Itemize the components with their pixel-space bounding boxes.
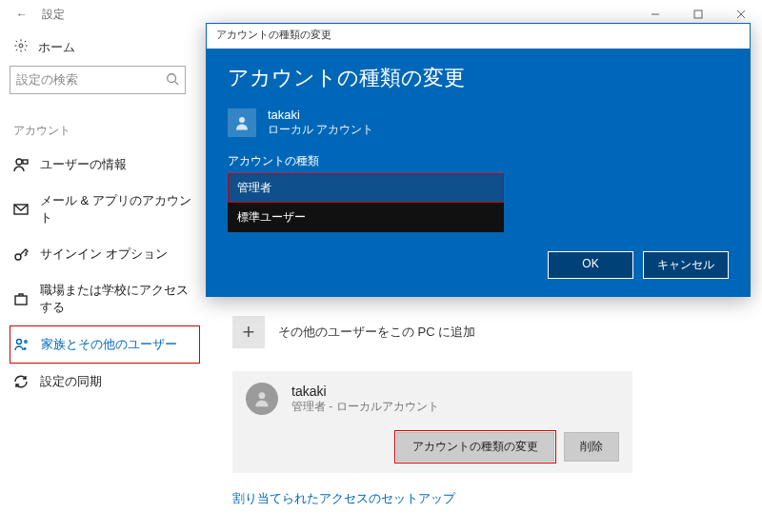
- home-label: ホーム: [38, 39, 75, 56]
- briefcase-icon: [13, 291, 29, 306]
- sidebar-item-label: サインイン オプション: [40, 246, 168, 263]
- svg-point-4: [19, 44, 23, 48]
- delete-user-button[interactable]: 削除: [564, 432, 619, 462]
- dialog-heading: アカウントの種類の変更: [228, 64, 729, 92]
- account-type-label: アカウントの種類: [228, 153, 729, 169]
- dropdown-option-admin[interactable]: 管理者: [228, 173, 504, 203]
- sidebar-item-label: 設定の同期: [40, 373, 102, 390]
- sidebar-item-label: メール & アプリのアカウント: [40, 192, 196, 227]
- add-other-user[interactable]: + その他のユーザーをこの PC に追加: [232, 316, 743, 348]
- ok-button[interactable]: OK: [548, 251, 633, 279]
- add-other-user-label: その他のユーザーをこの PC に追加: [278, 324, 475, 341]
- dropdown-option-standard[interactable]: 標準ユーザー: [228, 203, 504, 232]
- change-account-type-button[interactable]: アカウントの種類の変更: [396, 432, 554, 462]
- svg-point-12: [17, 340, 22, 345]
- avatar: [228, 108, 256, 137]
- search-input[interactable]: 設定の検索: [10, 66, 186, 94]
- key-icon: [13, 246, 29, 262]
- sidebar-item-sync[interactable]: 設定の同期: [10, 364, 200, 400]
- svg-rect-1: [694, 10, 702, 18]
- svg-line-6: [175, 81, 179, 85]
- sidebar-item-email-accounts[interactable]: メール & アプリのアカウント: [10, 183, 200, 236]
- svg-point-5: [168, 73, 176, 82]
- search-icon: [166, 72, 179, 89]
- window-title: 設定: [36, 7, 633, 23]
- gear-icon: [13, 38, 29, 56]
- cancel-button[interactable]: キャンセル: [643, 251, 729, 279]
- change-account-type-dialog: アカウントの種類の変更 アカウントの種類の変更 takaki ローカル アカウン…: [206, 23, 751, 297]
- sidebar-item-label: ユーザーの情報: [40, 156, 127, 173]
- sidebar-item-work-access[interactable]: 職場または学校にアクセスする: [10, 272, 200, 325]
- person-icon: [13, 157, 29, 172]
- user-card: takaki 管理者 - ローカルアカウント アカウントの種類の変更 削除: [232, 371, 632, 473]
- svg-rect-11: [15, 296, 27, 305]
- sidebar-item-label: 家族とその他のユーザー: [41, 336, 177, 353]
- sidebar-item-label: 職場または学校にアクセスする: [40, 282, 196, 316]
- svg-point-15: [239, 117, 245, 123]
- sidebar-item-user-info[interactable]: ユーザーの情報: [10, 147, 200, 183]
- svg-point-7: [16, 159, 22, 165]
- mail-icon: [13, 202, 29, 217]
- sidebar-section-header: アカウント: [10, 123, 200, 139]
- user-name: takaki: [291, 384, 439, 399]
- user-role: 管理者 - ローカルアカウント: [291, 399, 439, 415]
- sync-icon: [13, 374, 29, 389]
- avatar: [246, 383, 278, 415]
- sidebar-item-family-other-users[interactable]: 家族とその他のユーザー: [10, 325, 200, 364]
- dialog-user-subtitle: ローカル アカウント: [268, 122, 373, 138]
- dialog-user-name: takaki: [268, 108, 373, 122]
- back-button[interactable]: ←: [8, 8, 36, 21]
- svg-point-13: [25, 341, 27, 343]
- sidebar: ホーム 設定の検索 アカウント ユーザーの情報 メール & アプリのアカウント …: [0, 29, 200, 532]
- svg-rect-8: [23, 160, 28, 164]
- account-type-dropdown[interactable]: 管理者 標準ユーザー: [228, 173, 504, 232]
- search-placeholder: 設定の検索: [16, 71, 78, 89]
- plus-icon: +: [232, 316, 265, 348]
- dialog-titlebar: アカウントの種類の変更: [207, 24, 750, 49]
- assigned-access-link[interactable]: 割り当てられたアクセスのセットアップ: [232, 490, 743, 507]
- svg-point-14: [259, 392, 266, 399]
- sidebar-item-signin-options[interactable]: サインイン オプション: [10, 236, 200, 272]
- people-icon: [14, 337, 30, 352]
- home-link[interactable]: ホーム: [10, 38, 200, 56]
